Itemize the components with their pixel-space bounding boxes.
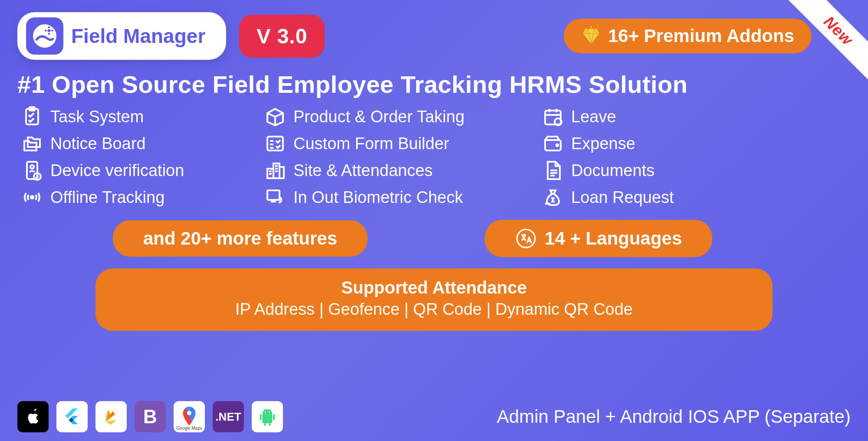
wallet-icon [542,133,563,154]
feature-biometric: In Out Biometric Check [265,187,542,208]
footer-row: B Google Maps .NET Admin Panel + Android… [0,401,868,432]
feature-product-order: Product & Order Taking [265,106,542,127]
device-check-icon [22,160,43,181]
pills-row: and 20+ more features 14 + Languages [0,208,868,257]
android-icon [252,401,283,432]
feature-label: Leave [571,108,616,126]
attendance-title: Supported Attendance [113,278,755,297]
fingerprint-screen-icon [265,187,286,208]
firebase-icon [95,401,127,432]
feature-offline-tracking: Offline Tracking [22,187,265,208]
form-icon [265,133,286,154]
flutter-icon [56,401,88,432]
feature-label: Device verification [50,161,184,180]
svg-point-7 [556,144,559,147]
logo-text: Field Manager [71,24,205,48]
logo-badge: Field Manager [17,12,226,60]
buildings-icon [265,160,286,181]
svg-point-9 [30,165,34,169]
svg-rect-4 [545,111,561,124]
feature-loan-request: Loan Request [542,187,851,208]
logo-icon [26,17,63,55]
attendance-box: Supported Attendance IP Address | Geofen… [95,268,773,331]
dotnet-icon: .NET [213,401,244,432]
feature-label: Site & Attendances [293,161,433,180]
version-badge: V 3.0 [239,15,325,58]
feature-task-system: Task System [22,106,265,127]
addons-badge: 16+ Premium Addons [564,19,812,53]
document-icon [542,160,563,181]
feature-site-attendances: Site & Attendances [265,160,542,181]
svg-point-25 [269,412,270,413]
feature-label: Custom Form Builder [293,134,449,153]
svg-point-24 [265,412,266,413]
apple-icon [17,401,49,432]
feature-custom-form: Custom Form Builder [265,133,542,154]
maps-label: Google Maps [176,426,202,431]
feature-label: Expense [571,134,635,153]
feature-leave: Leave [542,106,851,127]
svg-rect-18 [260,414,262,420]
header-row: Field Manager V 3.0 16+ Premium Addons [0,0,868,60]
headline: #1 Open Source Field Employee Tracking H… [0,60,868,106]
signal-icon [22,187,43,208]
svg-rect-15 [267,190,279,200]
svg-point-14 [31,196,33,199]
calendar-icon [542,106,563,127]
more-features-pill: and 20+ more features [113,220,368,257]
google-maps-icon: Google Maps [174,401,205,432]
feature-expense: Expense [542,133,851,154]
feature-label: Loan Request [571,188,674,207]
footer-text: Admin Panel + Android IOS APP (Separate) [497,406,851,427]
svg-point-16 [517,229,535,248]
feature-label: Task System [50,108,144,126]
svg-rect-6 [267,137,283,150]
feature-label: Notice Board [50,134,146,153]
more-features-label: and 20+ more features [143,228,337,249]
feature-label: Product & Order Taking [293,108,464,126]
feature-label: Documents [571,161,654,180]
box-icon [265,106,286,127]
feature-label: In Out Biometric Check [293,188,463,207]
svg-rect-20 [264,423,266,426]
svg-rect-13 [279,167,284,178]
clipboard-check-icon [22,106,43,127]
languages-pill: 14 + Languages [485,220,712,257]
tech-icons: B Google Maps .NET [17,401,283,432]
folders-icon [22,133,43,154]
svg-point-17 [187,411,191,415]
addons-label: 16+ Premium Addons [608,26,794,46]
attendance-subtitle: IP Address | Geofence | QR Code | Dynami… [113,300,755,319]
languages-label: 14 + Languages [545,228,682,249]
diamond-icon [581,26,601,46]
feature-notice-board: Notice Board [22,133,265,154]
bootstrap-icon: B [135,401,166,432]
features-grid: Task System Product & Order Taking Leave… [0,106,868,208]
translate-icon [515,228,537,249]
feature-device-verification: Device verification [22,160,265,181]
feature-documents: Documents [542,160,851,181]
money-bag-icon [542,187,563,208]
feature-label: Offline Tracking [50,188,164,207]
svg-point-1 [47,28,52,33]
svg-rect-19 [273,414,275,420]
svg-rect-21 [269,423,271,426]
